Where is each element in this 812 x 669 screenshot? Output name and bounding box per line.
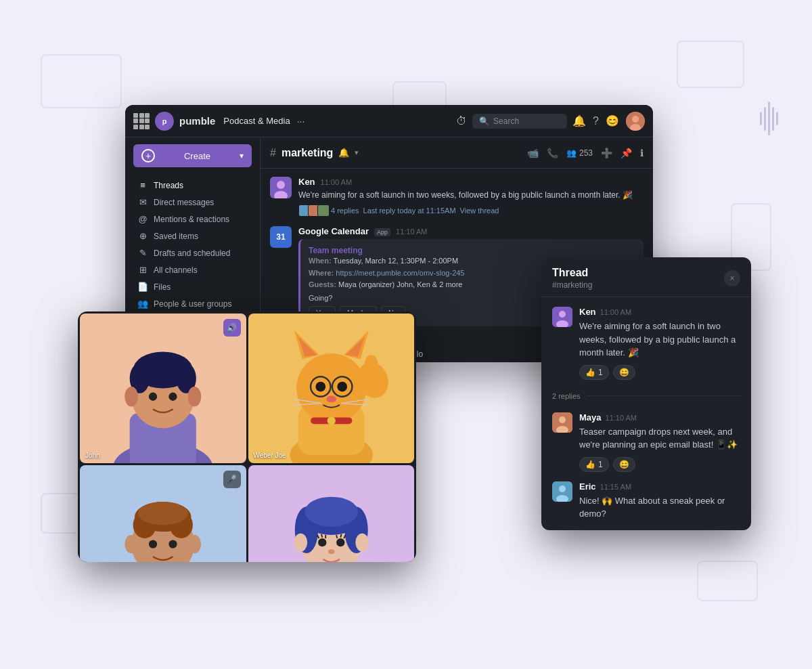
thread-info: 4 replies Last reply today at 11:15AM Vi…: [298, 204, 644, 217]
ken-avatar: [270, 177, 292, 198]
sidebar-item-threads[interactable]: ≡ Threads: [128, 177, 257, 194]
svg-point-71: [304, 497, 358, 527]
svg-point-58: [138, 502, 188, 525]
svg-line-77: [336, 535, 337, 538]
svg-point-81: [294, 534, 307, 552]
svg-line-75: [321, 534, 322, 538]
svg-point-24: [149, 393, 157, 401]
sidebar-item-all-channels[interactable]: ⊞ All channels: [128, 261, 257, 278]
thread-maya-time: 11:10 AM: [606, 414, 637, 422]
history-icon[interactable]: ⏱: [456, 115, 467, 127]
thread-msg-eric: Eric 11:15 AM Nice! 🙌 What about a sneak…: [552, 481, 740, 521]
thread-maya-name: Maya: [579, 412, 602, 423]
thread-maya-reactions: 👍 1 😄: [579, 457, 740, 472]
svg-point-10: [559, 311, 566, 318]
reaction-count: 1: [598, 368, 603, 377]
smile-reaction[interactable]: 😄: [613, 365, 635, 380]
logo: p: [155, 112, 174, 131]
svg-point-36: [337, 382, 347, 392]
thread-avatars: [298, 204, 327, 217]
phone-icon[interactable]: 📞: [547, 148, 558, 158]
thread-ken-time: 11:00 AM: [600, 308, 631, 316]
bell-icon[interactable]: 🔔: [572, 114, 586, 127]
svg-point-80: [328, 549, 334, 554]
svg-point-60: [168, 540, 177, 548]
thread-panel: Thread #marketing × Ken 11:00 AM We're a…: [541, 257, 751, 530]
thread-replies-count: 4 replies: [331, 207, 359, 215]
calendar-avatar: 31: [270, 226, 292, 248]
add-member-icon[interactable]: ➕: [601, 148, 612, 158]
sidebar-item-direct-messages[interactable]: ✉ Direct messages: [128, 194, 257, 211]
video-tile-you: You: [248, 465, 415, 562]
thread-maya-content: Maya 11:10 AM Teaser campaign drops next…: [579, 412, 740, 472]
meeting-link[interactable]: https://meet.pumble.com/omv-slog-245: [336, 269, 464, 277]
workspace-dots: ···: [297, 116, 305, 127]
view-thread-link[interactable]: View thread: [460, 207, 499, 215]
workspace-name: Podcast & Media: [223, 116, 290, 126]
replies-divider: 2 replies: [552, 392, 740, 400]
pin-icon[interactable]: 📌: [621, 148, 632, 158]
thread-maya-avatar: [552, 412, 572, 433]
grid-icon[interactable]: [133, 113, 150, 129]
thread-ken-avatar: [552, 307, 572, 327]
help-icon[interactable]: ?: [593, 115, 599, 127]
members-badge[interactable]: 👥 253: [566, 148, 593, 158]
thread-ken-text: We're aiming for a soft launch in two we…: [579, 320, 740, 360]
svg-point-13: [559, 416, 566, 423]
emoji-icon[interactable]: 😊: [606, 114, 619, 127]
svg-point-46: [327, 416, 335, 425]
sidebar-item-drafts[interactable]: ✎ Drafts and scheduled: [128, 244, 257, 261]
svg-point-30: [296, 353, 366, 423]
sidebar-item-mentions[interactable]: @ Mentions & reactions: [128, 211, 257, 228]
thread-header: Thread #marketing ×: [541, 257, 751, 297]
files-icon: 📄: [137, 282, 148, 292]
thread-close-button[interactable]: ×: [724, 270, 740, 286]
maya-thumbs-up-reaction[interactable]: 👍 1: [579, 457, 609, 472]
thread-messages: Ken 11:00 AM We're aiming for a soft lau…: [541, 297, 751, 530]
user-avatar[interactable]: [626, 112, 645, 131]
video-grid: 🔊 John: [78, 311, 416, 562]
search-icon: 🔍: [479, 116, 489, 126]
info-icon[interactable]: ℹ: [640, 148, 644, 158]
channel-bell-icon[interactable]: 🔔: [338, 148, 349, 158]
search-box[interactable]: 🔍 Search: [472, 114, 567, 129]
thread-title: Thread: [552, 267, 592, 279]
message-row: Ken 11:00 AM We're aiming for a soft lau…: [270, 177, 644, 217]
sidebar-item-label-dm: Direct messages: [154, 198, 214, 207]
channel-expand-icon[interactable]: ▾: [355, 148, 359, 157]
video-icon[interactable]: 📹: [527, 148, 539, 158]
john-audio-badge: 🔊: [223, 319, 241, 337]
svg-point-35: [315, 382, 325, 392]
thumbs-up-reaction[interactable]: 👍 1: [579, 365, 609, 380]
thread-ken-reactions: 👍 1 😄: [579, 365, 740, 380]
video-call-window: 🔊 John: [78, 311, 416, 562]
sidebar-item-files[interactable]: 📄 Files: [128, 278, 257, 295]
svg-point-61: [125, 535, 138, 553]
people-icon: 👥: [137, 299, 148, 309]
svg-point-26: [125, 387, 138, 406]
john-video-label: John: [85, 452, 100, 459]
create-arrow-icon: ▾: [240, 151, 244, 160]
sidebar-item-people[interactable]: 👥 People & user groups: [128, 295, 257, 312]
video-tile-cat: Weber Joe: [248, 314, 415, 463]
thread-msg-ken: Ken 11:00 AM We're aiming for a soft lau…: [552, 307, 740, 380]
members-icon: 👥: [566, 148, 577, 158]
channel-name: marketing: [281, 147, 333, 159]
dm-icon: ✉: [137, 197, 148, 207]
replies-line: [587, 395, 740, 396]
create-button[interactable]: + Create ▾: [133, 144, 252, 167]
sidebar-item-label-channels: All channels: [154, 265, 198, 275]
maya-smile-reaction[interactable]: 😄: [613, 457, 635, 472]
svg-point-82: [355, 534, 369, 552]
saved-icon: ⊕: [137, 231, 148, 241]
thread-eric-time: 11:15 AM: [600, 483, 631, 491]
thread-eric-name: Eric: [579, 481, 596, 492]
thread-ken-name: Ken: [579, 307, 596, 317]
ken-mute-badge: 🎤: [223, 471, 241, 488]
sidebar-item-saved[interactable]: ⊕ Saved items: [128, 228, 257, 244]
svg-point-1: [632, 116, 639, 123]
meeting-title: Team meeting: [309, 246, 635, 255]
app-badge: App: [374, 228, 390, 236]
svg-point-4: [277, 181, 285, 189]
channel-hash: #: [270, 147, 276, 159]
